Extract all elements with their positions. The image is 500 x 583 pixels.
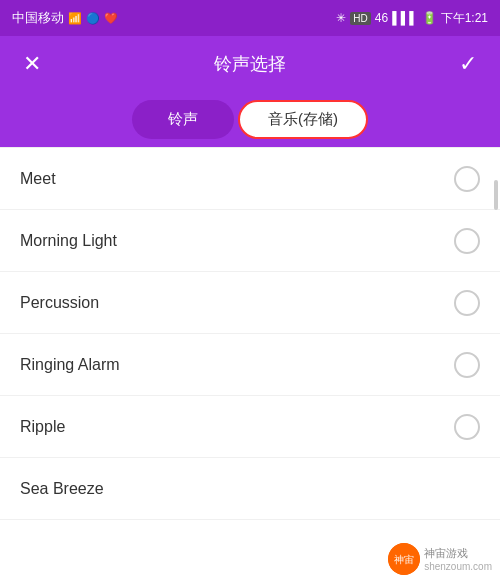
ringtone-name-ripple: Ripple <box>20 418 65 436</box>
ringtone-item-ripple[interactable]: Ripple <box>0 396 500 458</box>
ringtone-item-meet[interactable]: Meet <box>0 148 500 210</box>
radio-meet[interactable] <box>454 166 480 192</box>
radio-ripple[interactable] <box>454 414 480 440</box>
wifi-icon: 🔵 <box>86 12 100 25</box>
ringtone-list: Meet Morning Light Percussion Ringing Al… <box>0 148 500 520</box>
ringtone-name-meet: Meet <box>20 170 56 188</box>
tab-ringtone[interactable]: 铃声 <box>132 100 234 139</box>
carrier-text: 中国移动 <box>12 9 64 27</box>
close-icon[interactable]: ✕ <box>16 51 48 77</box>
time-text: 下午1:21 <box>441 10 488 27</box>
battery-icon: 🔋 <box>422 11 437 25</box>
signal-icon: 📶 <box>68 12 82 25</box>
bluetooth-icon: ✳ <box>336 11 346 25</box>
ringtone-name-ringing-alarm: Ringing Alarm <box>20 356 120 374</box>
watermark-text: 神宙游戏 shenzoum.com <box>424 546 492 572</box>
radio-morning-light[interactable] <box>454 228 480 254</box>
watermark-icon: 神宙 <box>388 543 420 575</box>
ringtone-item-percussion[interactable]: Percussion <box>0 272 500 334</box>
hd-badge: HD <box>350 12 370 25</box>
radio-percussion[interactable] <box>454 290 480 316</box>
tab-music[interactable]: 音乐(存储) <box>238 100 368 139</box>
confirm-icon[interactable]: ✓ <box>452 51 484 77</box>
status-right: ✳ HD 46 ▌▌▌ 🔋 下午1:21 <box>336 10 488 27</box>
scroll-hint <box>494 180 498 210</box>
page-title: 铃声选择 <box>48 52 452 76</box>
radio-ringing-alarm[interactable] <box>454 352 480 378</box>
ringtone-name-sea-breeze: Sea Breeze <box>20 480 104 498</box>
ringtone-name-percussion: Percussion <box>20 294 99 312</box>
status-bar: 中国移动 📶 🔵 ❤️ ✳ HD 46 ▌▌▌ 🔋 下午1:21 <box>0 0 500 36</box>
heart-icon: ❤️ <box>104 12 118 25</box>
header: ✕ 铃声选择 ✓ <box>0 36 500 92</box>
ringtone-item-morning-light[interactable]: Morning Light <box>0 210 500 272</box>
svg-text:神宙: 神宙 <box>394 554 414 565</box>
watermark-site: shenzoum.com <box>424 561 492 572</box>
watermark: 神宙 神宙游戏 shenzoum.com <box>388 543 492 575</box>
tabs-wrapper: 铃声 音乐(存储) <box>20 100 480 139</box>
ringtone-item-sea-breeze[interactable]: Sea Breeze <box>0 458 500 520</box>
tab-bar: 铃声 音乐(存储) <box>0 92 500 147</box>
ringtone-name-morning-light: Morning Light <box>20 232 117 250</box>
network-type: 46 <box>375 11 388 25</box>
ringtone-item-ringing-alarm[interactable]: Ringing Alarm <box>0 334 500 396</box>
status-left: 中国移动 📶 🔵 ❤️ <box>12 9 118 27</box>
signal-bars: ▌▌▌ <box>392 11 418 25</box>
watermark-label: 神宙游戏 <box>424 546 492 561</box>
